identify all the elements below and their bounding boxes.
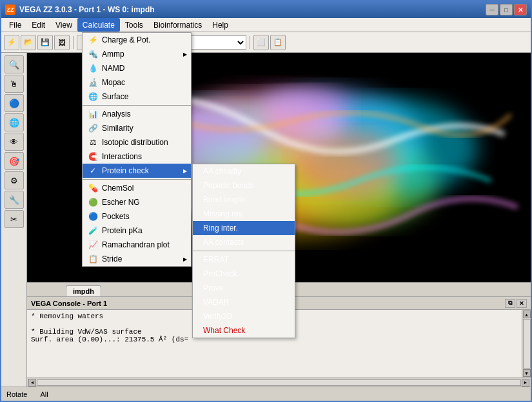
scroll-track[interactable] (523, 319, 531, 368)
hscroll-track[interactable] (37, 379, 521, 386)
sep-2 (83, 179, 191, 180)
console-restore-btn[interactable]: ⧉ (505, 299, 515, 308)
pockets-icon: 🔵 (88, 211, 98, 222)
menu-chemsol[interactable]: 💊 ChemSol (83, 181, 191, 195)
stride-icon: 📋 (88, 254, 98, 264)
maximize-button[interactable]: □ (500, 4, 513, 15)
title-bar-left: ZZ VEGA ZZ 3.0.3 - Port 1 - WS 0: impdh (5, 5, 155, 15)
minimize-button[interactable]: ─ (486, 4, 498, 15)
title-controls: ─ □ ✕ (486, 4, 527, 15)
menu-ammp[interactable]: 🔩 Ammp (83, 47, 191, 61)
menu-pockets[interactable]: 🔵 Pockets (83, 209, 191, 224)
menu-help[interactable]: Help (207, 18, 233, 32)
menu-analysis[interactable]: 📊 Analysis (83, 107, 191, 121)
sidebar-btn-7[interactable]: ⚙ (5, 171, 24, 189)
menu-file[interactable]: File (4, 18, 26, 32)
scroll-down-btn[interactable]: ▼ (523, 369, 531, 377)
menu-calculate[interactable]: Calculate (77, 18, 120, 32)
app-icon: ZZ (5, 5, 15, 15)
submenu-what-check[interactable]: What Check (193, 323, 295, 338)
console-scrollbar: ▲ ▼ (522, 310, 531, 378)
charge-pot-icon: ⚡ (88, 35, 98, 45)
protein-check-submenu: AA chirality Peptidic bonds Bond length … (192, 164, 295, 338)
toolbar-btn-2[interactable]: 📂 (21, 35, 36, 50)
toolbar-sep-1 (73, 36, 74, 49)
menu-escher-ng[interactable]: 🟢 Escher NG (83, 195, 191, 209)
status-mode: Rotate (6, 390, 27, 398)
escher-ng-icon: 🟢 (88, 197, 98, 207)
menu-edit[interactable]: Edit (26, 18, 50, 32)
namd-icon: 💧 (88, 63, 98, 73)
similarity-icon: 🔗 (88, 123, 98, 133)
toolbar-sep-3 (250, 36, 250, 49)
chemsol-icon: 💊 (88, 183, 98, 193)
tab-impdh[interactable]: impdh (66, 285, 101, 296)
menu-similarity[interactable]: 🔗 Similarity (83, 121, 191, 135)
submenu-aa-contacts[interactable]: AA contacts (193, 235, 295, 249)
sidebar-btn-8[interactable]: 🔧 (5, 191, 24, 209)
menu-protein-check[interactable]: ✓ Protein check AA chirality Peptidic bo… (83, 164, 191, 178)
submenu-peptidic-bonds[interactable]: Peptidic bonds (193, 178, 295, 193)
submenu-ring-inter[interactable]: Ring inter. (193, 221, 295, 235)
menu-view[interactable]: View (50, 18, 77, 32)
close-button[interactable]: ✕ (514, 4, 527, 15)
menu-mopac[interactable]: 🔬 Mopac (83, 75, 191, 90)
console-title: VEGA Console - Port 1 (31, 300, 107, 307)
app-window: ZZ VEGA ZZ 3.0.3 - Port 1 - WS 0: impdh … (0, 0, 532, 402)
sidebar-btn-9[interactable]: ✂ (5, 210, 24, 228)
menu-tools[interactable]: Tools (120, 18, 148, 32)
sidebar-btn-5[interactable]: 👁 (5, 133, 24, 151)
status-bar: Rotate All (1, 387, 531, 401)
sidebar: 🔍 🖱 🔵 🌐 👁 🎯 ⚙ 🔧 ✂ (1, 53, 27, 387)
toolbar-btn-10[interactable]: 📋 (270, 35, 286, 50)
sidebar-btn-2[interactable]: 🖱 (5, 75, 24, 93)
horizontal-scrollbar: ◄ ► (27, 378, 531, 387)
window-title: VEGA ZZ 3.0.3 - Port 1 - WS 0: impdh (19, 5, 155, 14)
console-controls: ⧉ ✕ (505, 299, 527, 308)
submenu-verify3d[interactable]: Verify3D (193, 309, 295, 323)
toolbar-btn-9[interactable]: ⬜ (253, 35, 269, 50)
menu-bar: File Edit View Calculate Tools Bioinform… (1, 18, 531, 32)
surface-icon: 🌐 (88, 91, 98, 102)
protein-check-icon: ✓ (88, 166, 98, 176)
menu-surface[interactable]: 🌐 Surface (83, 90, 191, 104)
menu-protein-pka[interactable]: 🧪 Protein pKa (83, 224, 191, 238)
isotopic-icon: ⚖ (88, 137, 98, 148)
toolbar-btn-3[interactable]: 💾 (37, 35, 53, 50)
scroll-up-btn[interactable]: ▲ (523, 311, 531, 318)
menu-isotopic[interactable]: ⚖ Isotopic distribution (83, 135, 191, 149)
submenu-prove[interactable]: Prove (193, 281, 295, 295)
interactions-icon: 🧲 (88, 151, 98, 162)
submenu-aa-chirality[interactable]: AA chirality (193, 164, 295, 178)
status-selection: All (40, 390, 48, 398)
submenu-procheck[interactable]: ProCheck (193, 267, 295, 281)
menu-ramachandran[interactable]: 📈 Ramachandran plot (83, 238, 191, 252)
menu-charge-pot[interactable]: ⚡ Charge & Pot. (83, 33, 191, 47)
sidebar-btn-3[interactable]: 🔵 (5, 94, 24, 112)
submenu-errat[interactable]: ERRAT (193, 253, 295, 267)
submenu-sep-1 (193, 251, 295, 251)
toolbar-btn-1[interactable]: ⚡ (4, 35, 19, 50)
console-close-btn[interactable]: ✕ (517, 299, 527, 308)
submenu-vadar[interactable]: VADAR (193, 295, 295, 309)
submenu-bond-length[interactable]: Bond length (193, 193, 295, 207)
mopac-icon: 🔬 (88, 77, 98, 88)
hscroll-right-btn[interactable]: ► (522, 379, 529, 387)
toolbar-btn-4[interactable]: 🖼 (54, 35, 70, 50)
calculate-menu: ⚡ Charge & Pot. 🔩 Ammp 💧 NAMD 🔬 Mopac 🌐 … (82, 32, 192, 267)
sidebar-btn-1[interactable]: 🔍 (5, 55, 24, 73)
menu-interactions[interactable]: 🧲 Interactions (83, 149, 191, 164)
ammp-icon: 🔩 (88, 49, 98, 59)
menu-bioinformatics[interactable]: Bioinformatics (148, 18, 207, 32)
toolbar: ⚡ 📂 💾 🖼 ✏ 📊 📝 ❓ ⬜ 📋 (1, 32, 531, 53)
sidebar-btn-4[interactable]: 🌐 (5, 113, 24, 131)
ramachandran-icon: 📈 (88, 240, 98, 250)
title-bar: ZZ VEGA ZZ 3.0.3 - Port 1 - WS 0: impdh … (1, 1, 531, 18)
analysis-icon: 📊 (88, 109, 98, 119)
protein-pka-icon: 🧪 (88, 225, 98, 236)
hscroll-left-btn[interactable]: ◄ (28, 379, 36, 387)
menu-namd[interactable]: 💧 NAMD (83, 61, 191, 75)
sidebar-btn-6[interactable]: 🎯 (5, 152, 24, 170)
menu-stride[interactable]: 📋 Stride (83, 252, 191, 266)
submenu-missing-res[interactable]: Missing res. (193, 207, 295, 221)
